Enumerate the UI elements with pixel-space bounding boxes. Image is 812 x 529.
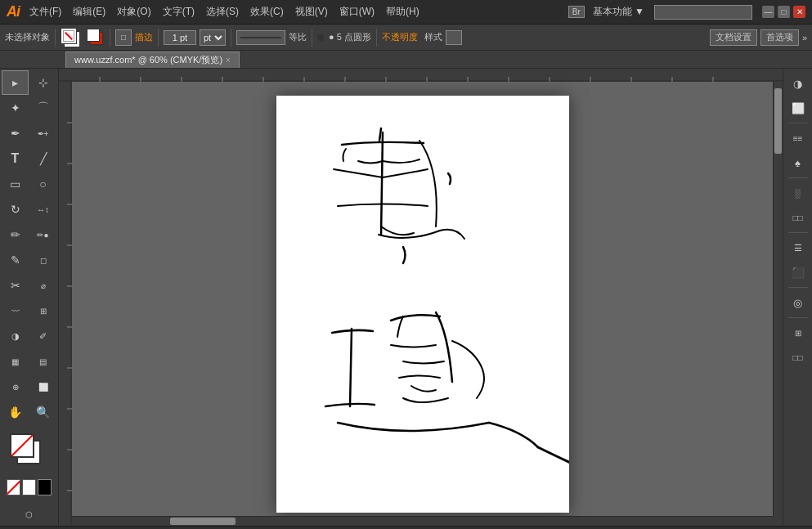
titlebar: Ai 文件(F) 编辑(E) 对象(O) 文字(T) 选择(S) 效果(C) 视… xyxy=(0,0,812,25)
small-swatches xyxy=(5,477,53,497)
zoom-tool-button[interactable]: 🔍 xyxy=(29,400,56,424)
type-tool-button[interactable]: T xyxy=(2,146,29,171)
titlebar-right: Br 基本功能 ▼ — □ ✕ xyxy=(568,5,805,20)
tool-row-4: T ╱ xyxy=(2,146,56,171)
lasso-tool-button[interactable]: ⌒ xyxy=(29,96,56,120)
extra-button[interactable]: » xyxy=(802,33,807,43)
menu-select[interactable]: 选择(S) xyxy=(201,3,244,20)
left-toolbar: ▸ ⊹ ✦ ⌒ ✒ ✒+ T ╱ ▭ ○ ↻ ↔↕ ✏ ✏● ✎ ◻ xyxy=(0,69,59,526)
horizontal-scrollbar-thumb[interactable] xyxy=(170,518,236,525)
menu-edit[interactable]: 编辑(E) xyxy=(68,3,110,20)
stroke-color-swatch[interactable] xyxy=(10,433,34,458)
direct-select-tool-button[interactable]: ⊹ xyxy=(29,70,56,95)
scale-tool-button[interactable]: ↔↕ xyxy=(29,197,56,222)
statusbar: CS ⊞ → |◀ ◀ ▶ ▶| 画笔 ◀ ▶ xyxy=(0,526,812,529)
doc-setup-button[interactable]: 文档设置 xyxy=(710,29,757,46)
warp-tool-button[interactable]: 〰 xyxy=(2,298,29,323)
fill-stroke-indicator[interactable] xyxy=(87,29,105,47)
tool-row-12: ▦ ▤ xyxy=(2,349,56,374)
canvas-content xyxy=(72,82,773,526)
ai-logo: Ai xyxy=(7,3,20,20)
color-area xyxy=(2,428,56,500)
stroke-unit-select[interactable]: pt xyxy=(200,29,226,46)
toolbar-sep-3 xyxy=(158,29,159,47)
column-graph-button[interactable]: ▤ xyxy=(29,349,56,374)
stroke-style-icon[interactable]: □ xyxy=(115,29,132,46)
style-label[interactable]: 样式 xyxy=(424,31,442,43)
effects-button[interactable]: ◎ xyxy=(787,291,810,314)
graph-tool-button[interactable]: ▦ xyxy=(2,349,29,374)
align-button[interactable]: ☰ xyxy=(787,236,810,259)
menu-object[interactable]: 对象(O) xyxy=(112,3,155,20)
color-panel-button[interactable]: ◑ xyxy=(787,72,810,95)
style-preview[interactable] xyxy=(446,30,462,45)
rotate-tool-button[interactable]: ↻ xyxy=(2,197,29,222)
symbols-panel-button[interactable]: ♠ xyxy=(787,151,810,174)
black-swatch[interactable] xyxy=(38,479,52,495)
layers-button[interactable]: ⊞ xyxy=(787,321,810,344)
appearance-button[interactable]: □□ xyxy=(787,206,810,229)
hand-tool-button[interactable]: ✋ xyxy=(2,400,29,424)
transform-button[interactable]: ⬛ xyxy=(787,261,810,284)
eyedropper-tool-button[interactable]: ✐ xyxy=(29,324,56,348)
minimize-button[interactable]: — xyxy=(762,6,774,18)
workspace-selector[interactable]: 基本功能 ▼ xyxy=(593,5,644,19)
pencil-tool-button[interactable]: ✎ xyxy=(2,248,29,272)
close-button[interactable]: ✕ xyxy=(793,6,805,18)
eraser-tool-button[interactable]: ◻ xyxy=(29,248,56,272)
vertical-scrollbar[interactable] xyxy=(773,82,783,516)
svg-rect-18 xyxy=(59,82,72,526)
free-transform-button[interactable]: ⊞ xyxy=(29,298,56,323)
horizontal-scrollbar[interactable] xyxy=(72,516,773,526)
swatches-panel-button[interactable]: ⬜ xyxy=(787,96,810,119)
scrollbar-corner xyxy=(773,516,783,526)
magic-wand-tool-button[interactable]: ✦ xyxy=(2,96,29,120)
toolbar-sep-1 xyxy=(55,29,56,47)
artboards-button[interactable]: □□ xyxy=(787,346,810,369)
document-tab[interactable]: www.uzzf.com* @ 60% (CMYK/预览) × xyxy=(65,52,240,68)
add-anchor-tool-button[interactable]: ✒+ xyxy=(29,121,56,146)
stroke-ratio-label: 等比 xyxy=(289,31,307,43)
scissors-tool-button[interactable]: ✂ xyxy=(2,273,29,298)
knife-tool-button[interactable]: ⌀ xyxy=(29,273,56,298)
extra-tool-row: ⬡ xyxy=(2,502,56,526)
none-swatch[interactable] xyxy=(7,479,20,495)
artwork-canvas[interactable] xyxy=(276,96,569,513)
rect-tool-button[interactable]: ▭ xyxy=(2,172,29,196)
line-tool-button[interactable]: ╱ xyxy=(29,146,56,171)
white-swatch[interactable] xyxy=(22,479,36,495)
menu-effect[interactable]: 效果(C) xyxy=(245,3,289,20)
dot-label[interactable]: ● 5 点圆形 xyxy=(329,31,371,43)
ellipse-tool-button[interactable]: ○ xyxy=(29,172,56,196)
blob-brush-tool-button[interactable]: ✏● xyxy=(29,222,56,247)
maximize-button[interactable]: □ xyxy=(778,6,790,18)
vertical-scrollbar-thumb[interactable] xyxy=(774,88,782,154)
slice-tool-button[interactable]: ⬡ xyxy=(8,502,51,526)
tool-row-8: ✎ ◻ xyxy=(2,248,56,272)
menu-view[interactable]: 视图(V) xyxy=(290,3,333,20)
tool-row-13: ⊕ ⬜ xyxy=(2,374,56,399)
search-input[interactable] xyxy=(654,5,752,20)
menu-help[interactable]: 帮助(H) xyxy=(381,3,424,20)
brushes-panel-button[interactable]: ≡≡ xyxy=(787,127,810,150)
canvas-area[interactable] xyxy=(59,69,783,526)
gradient-tool-button[interactable]: ◑ xyxy=(2,324,29,348)
artboard-tool-button[interactable]: ⬜ xyxy=(29,374,56,399)
tab-close-button[interactable]: × xyxy=(226,56,231,65)
stroke-swatch[interactable] xyxy=(61,28,83,47)
right-panel-sep-3 xyxy=(788,232,808,233)
opacity-label[interactable]: 不透明度 xyxy=(382,31,418,43)
tool-row-5: ▭ ○ xyxy=(2,172,56,196)
stroke-label[interactable]: 描边 xyxy=(135,31,153,43)
ruler-top xyxy=(59,69,783,82)
brush-tool-button[interactable]: ✏ xyxy=(2,222,29,247)
menu-type[interactable]: 文字(T) xyxy=(158,3,200,20)
symbol-tool-button[interactable]: ⊕ xyxy=(2,374,29,399)
first-page-button[interactable]: 首选项 xyxy=(760,29,799,46)
stroke-width-input[interactable] xyxy=(164,30,196,45)
menu-file[interactable]: 文件(F) xyxy=(25,3,66,20)
graphic-styles-button[interactable]: ░ xyxy=(787,182,810,204)
pen-tool-button[interactable]: ✒ xyxy=(2,121,29,146)
menu-window[interactable]: 窗口(W) xyxy=(334,3,379,20)
select-tool-button[interactable]: ▸ xyxy=(2,70,29,95)
